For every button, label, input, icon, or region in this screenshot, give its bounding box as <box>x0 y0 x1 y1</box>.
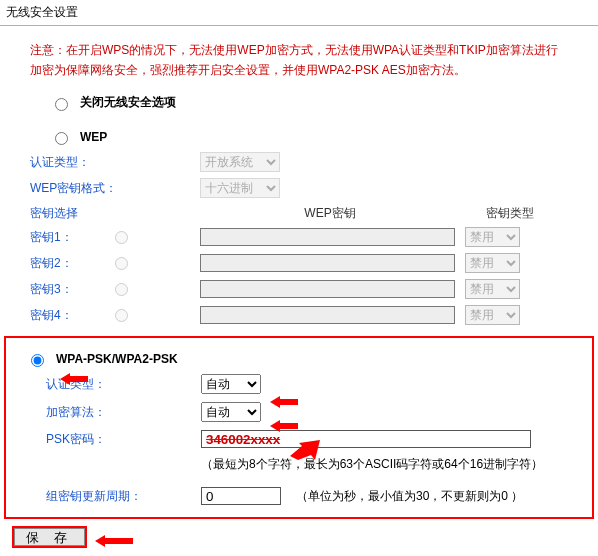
wep-key2-label: 密钥2： <box>30 255 110 272</box>
wep-fmt-label: WEP密钥格式： <box>30 180 200 197</box>
save-button[interactable]: 保 存 <box>12 526 87 548</box>
wep-key-row-3: 密钥3： 禁用 <box>30 276 598 302</box>
wep-key1-radio <box>115 231 128 244</box>
page-title: 无线安全设置 <box>0 0 598 26</box>
wpa-enc-label: 加密算法： <box>46 404 201 421</box>
wep-key2-radio <box>115 257 128 270</box>
wpa-group-hint: （单位为秒，最小值为30，不更新则为0 ） <box>296 488 523 505</box>
wep-key1-label: 密钥1： <box>30 229 110 246</box>
wep-auth-label: 认证类型： <box>30 154 200 171</box>
wep-keytype-header: 密钥类型 <box>460 205 560 222</box>
wpa-group-input[interactable] <box>201 487 281 505</box>
wep-key3-input <box>200 280 455 298</box>
wep-auth-select: 开放系统 <box>200 152 280 172</box>
wep-key1-input <box>200 228 455 246</box>
wep-key3-type: 禁用 <box>465 279 520 299</box>
wep-key1-type: 禁用 <box>465 227 520 247</box>
wpa-auth-label: 认证类型： <box>46 376 201 393</box>
wep-label: WEP <box>80 130 107 144</box>
wep-key-row-4: 密钥4： 禁用 <box>30 302 598 328</box>
radio-wep[interactable] <box>55 132 68 145</box>
wpa-psk-label: WPA-PSK/WPA2-PSK <box>56 352 178 366</box>
notice-text: 注意：在开启WPS的情况下，无法使用WEP加密方式，无法使用WPA认证类型和TK… <box>0 26 598 90</box>
wep-key4-type: 禁用 <box>465 305 520 325</box>
wpa-group-label: 组密钥更新周期： <box>46 488 201 505</box>
wpa-psk-pw-label: PSK密码： <box>46 431 201 448</box>
wpa-psk-hint: （最短为8个字符，最长为63个ASCII码字符或64个16进制字符） <box>201 456 543 473</box>
wep-key-header: WEP密钥 <box>200 205 460 222</box>
wep-fmt-select: 十六进制 <box>200 178 280 198</box>
disable-security-label: 关闭无线安全选项 <box>80 94 176 111</box>
wep-key4-label: 密钥4： <box>30 307 110 324</box>
wpa-highlight-box: WPA-PSK/WPA2-PSK 认证类型： 自动 加密算法： 自动 PSK密码… <box>4 336 594 519</box>
wep-keysel-header: 密钥选择 <box>30 205 200 222</box>
wep-key3-radio <box>115 283 128 296</box>
wpa-psk-input[interactable] <box>201 430 531 448</box>
svg-marker-4 <box>95 535 133 547</box>
wpa-enc-select[interactable]: 自动 <box>201 402 261 422</box>
wep-key2-type: 禁用 <box>465 253 520 273</box>
radio-disable-security[interactable] <box>55 98 68 111</box>
radio-wpa-psk[interactable] <box>31 354 44 367</box>
arrow-icon <box>95 534 135 548</box>
wep-key4-radio <box>115 309 128 322</box>
wep-key3-label: 密钥3： <box>30 281 110 298</box>
wep-key-row-2: 密钥2： 禁用 <box>30 250 598 276</box>
wep-key-row-1: 密钥1： 禁用 <box>30 224 598 250</box>
wep-key4-input <box>200 306 455 324</box>
wep-key2-input <box>200 254 455 272</box>
wpa-auth-select[interactable]: 自动 <box>201 374 261 394</box>
